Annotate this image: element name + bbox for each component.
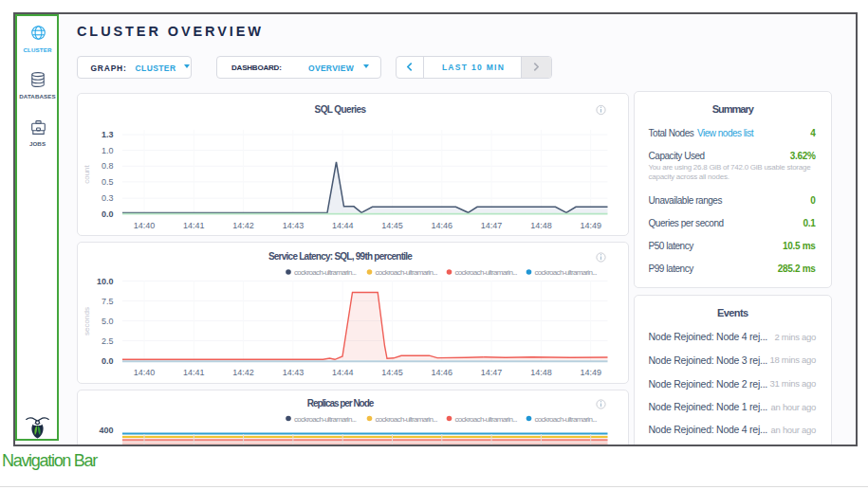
svg-text:14:49: 14:49 [580, 221, 601, 230]
svg-text:2.5: 2.5 [101, 336, 113, 345]
svg-text:seconds: seconds [83, 307, 91, 336]
svg-text:14:40: 14:40 [133, 221, 155, 230]
svg-text:7.5: 7.5 [101, 296, 113, 305]
svg-text:14:46: 14:46 [431, 367, 452, 376]
svg-text:14:49: 14:49 [580, 367, 601, 376]
svg-text:cockroach-ultramarin...: cockroach-ultramarin... [375, 268, 437, 277]
svg-text:14:42: 14:42 [232, 221, 254, 230]
svg-text:cockroach-ultramarin...: cockroach-ultramarin... [375, 415, 437, 424]
svg-text:cockroach-ultramarin...: cockroach-ultramarin... [534, 415, 597, 424]
svg-text:14:40: 14:40 [133, 367, 155, 376]
svg-text:1.0: 1.0 [101, 146, 113, 155]
svg-text:cockroach-ultramarin...: cockroach-ultramarin... [454, 415, 517, 424]
svg-text:0.8: 0.8 [101, 161, 113, 171]
svg-text:5.0: 5.0 [101, 316, 113, 325]
svg-text:cockroach-ultramarin...: cockroach-ultramarin... [294, 268, 357, 277]
svg-text:0.0: 0.0 [101, 355, 113, 365]
svg-text:cockroach-ultramarin...: cockroach-ultramarin... [454, 268, 517, 277]
svg-text:14:42: 14:42 [232, 367, 254, 376]
svg-text:400: 400 [99, 426, 113, 435]
svg-text:count: count [83, 164, 91, 183]
svg-text:14:43: 14:43 [282, 367, 304, 376]
svg-text:14:41: 14:41 [183, 221, 205, 230]
svg-text:1.3: 1.3 [101, 130, 113, 139]
svg-text:14:48: 14:48 [530, 221, 552, 230]
svg-text:Replicas per Node: Replicas per Node [306, 398, 374, 408]
svg-text:0.5: 0.5 [101, 177, 113, 187]
svg-text:0.0: 0.0 [101, 209, 113, 219]
svg-text:cockroach-ultramarin...: cockroach-ultramarin... [534, 268, 597, 277]
svg-text:14:45: 14:45 [381, 367, 403, 376]
svg-text:14:45: 14:45 [381, 221, 403, 230]
svg-text:10.0: 10.0 [96, 276, 113, 285]
svg-text:14:48: 14:48 [530, 367, 552, 376]
svg-text:14:41: 14:41 [183, 367, 205, 376]
svg-text:14:47: 14:47 [480, 221, 502, 230]
svg-text:SQL Queries: SQL Queries [314, 104, 366, 115]
svg-text:cockroach-ultramarin...: cockroach-ultramarin... [294, 415, 357, 424]
svg-text:0.3: 0.3 [101, 193, 113, 203]
svg-text:Service Latency: SQL, 99th per: Service Latency: SQL, 99th percentile [268, 251, 412, 262]
svg-text:14:44: 14:44 [331, 221, 353, 230]
svg-text:14:44: 14:44 [331, 367, 353, 376]
svg-text:14:47: 14:47 [480, 367, 502, 376]
svg-text:14:46: 14:46 [431, 221, 452, 230]
svg-text:14:43: 14:43 [282, 221, 304, 230]
